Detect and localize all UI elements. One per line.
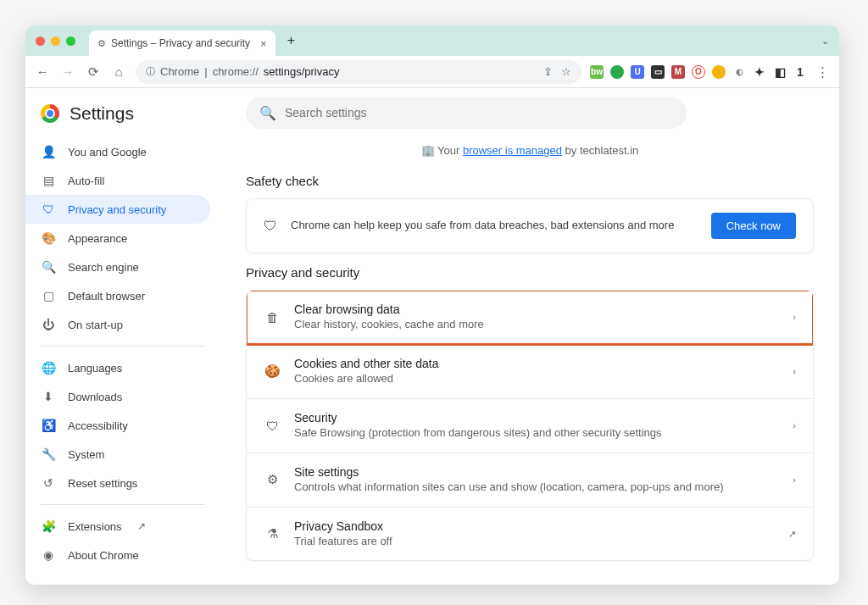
- divider: [41, 346, 205, 347]
- shield-icon: 🛡: [41, 203, 56, 216]
- forward-button[interactable]: →: [59, 64, 76, 80]
- safety-check-text: Chrome can help keep you safe from data …: [291, 218, 698, 233]
- close-tab-icon[interactable]: ×: [260, 37, 267, 50]
- divider: [41, 504, 205, 505]
- minimize-window-button[interactable]: [51, 36, 60, 46]
- settings-header: Settings: [25, 97, 220, 137]
- search-icon: 🔍: [41, 260, 56, 274]
- sidebar-item-search-engine[interactable]: 🔍Search engine: [25, 253, 210, 281]
- reload-button[interactable]: ⟳: [85, 64, 102, 80]
- sidebar-item-system[interactable]: 🔧System: [25, 440, 210, 469]
- browser-window: ⚙ Settings – Privacy and security × + ⌄ …: [25, 25, 839, 585]
- sidebar-item-accessibility[interactable]: ♿Accessibility: [25, 411, 210, 440]
- safety-check-card: 🛡 Chrome can help keep you safe from dat…: [246, 198, 814, 253]
- home-button[interactable]: ⌂: [110, 64, 127, 80]
- globe-icon: 🌐: [41, 361, 56, 375]
- sidebar-item-reset[interactable]: ↺Reset settings: [25, 469, 210, 497]
- cookie-icon: 🍪: [264, 364, 281, 379]
- building-icon: 🏢: [421, 144, 435, 157]
- kebab-menu-icon[interactable]: ⋮: [814, 64, 831, 80]
- sidebar: Settings 👤You and Google ▤Auto-fill 🛡Pri…: [25, 88, 220, 585]
- content: Settings 👤You and Google ▤Auto-fill 🛡Pri…: [25, 88, 839, 585]
- external-link-icon: ↗: [137, 520, 146, 532]
- sidebar-item-languages[interactable]: 🌐Languages: [25, 353, 210, 382]
- ext-icon-7[interactable]: [712, 65, 726, 79]
- sidebar-item-on-startup[interactable]: ⏻On start-up: [25, 310, 210, 339]
- ext-icon-5[interactable]: M: [671, 65, 685, 79]
- sidebar-item-downloads[interactable]: ⬇Downloads: [25, 382, 210, 411]
- maximize-window-button[interactable]: [66, 36, 75, 46]
- ext-icon-10[interactable]: 1: [793, 65, 807, 79]
- site-info-icon[interactable]: ⓘ: [146, 65, 155, 78]
- row-clear-browsing-data[interactable]: 🗑 Clear browsing data Clear history, coo…: [247, 291, 813, 344]
- extension-icons: bw U ▭ M O ◐ ✦ ◧ 1 ⋮: [590, 64, 831, 80]
- back-button[interactable]: ←: [34, 64, 51, 80]
- shield-check-icon: 🛡: [264, 219, 277, 234]
- chevron-right-icon: ›: [793, 366, 796, 376]
- url-prefix: Chrome: [160, 65, 199, 78]
- main-panel: 🔍 🏢 Your browser is managed by techlates…: [220, 88, 839, 585]
- power-icon: ⏻: [41, 318, 56, 331]
- tab-overflow-icon[interactable]: ⌄: [821, 36, 829, 47]
- chevron-right-icon: ›: [793, 420, 796, 430]
- row-cookies[interactable]: 🍪 Cookies and other site data Cookies ar…: [247, 344, 813, 398]
- toolbar: ← → ⟳ ⌂ ⓘ Chrome | chrome://settings/pri…: [25, 56, 839, 88]
- managed-notice: 🏢 Your browser is managed by techlatest.…: [246, 144, 814, 157]
- ext-icon-3[interactable]: U: [631, 65, 644, 79]
- sidebar-item-autofill[interactable]: ▤Auto-fill: [25, 166, 210, 195]
- ext-icon-6[interactable]: O: [692, 65, 705, 79]
- sliders-icon: ⚙: [264, 472, 281, 487]
- ext-icon-9[interactable]: ◧: [773, 65, 787, 79]
- download-icon: ⬇: [41, 390, 56, 403]
- safety-check-heading: Safety check: [246, 174, 814, 188]
- tab-title: Settings – Privacy and security: [111, 37, 250, 49]
- ext-icon-2[interactable]: [610, 65, 624, 79]
- sidebar-item-about[interactable]: ◉About Chrome: [25, 541, 210, 569]
- wrench-icon: 🔧: [41, 447, 56, 461]
- titlebar: ⚙ Settings – Privacy and security × + ⌄: [25, 25, 839, 56]
- sidebar-item-default-browser[interactable]: ▢Default browser: [25, 281, 210, 310]
- share-icon[interactable]: ⇪: [543, 65, 553, 78]
- external-link-icon: ↗: [788, 529, 796, 540]
- autofill-icon: ▤: [41, 174, 56, 187]
- close-window-button[interactable]: [36, 36, 45, 46]
- sidebar-item-appearance[interactable]: 🎨Appearance: [25, 224, 210, 253]
- sidebar-item-privacy-security[interactable]: 🛡Privacy and security: [25, 195, 210, 224]
- person-icon: 👤: [41, 145, 56, 158]
- privacy-security-heading: Privacy and security: [246, 265, 814, 280]
- ext-icon-8[interactable]: ◐: [732, 65, 746, 79]
- row-security[interactable]: 🛡 Security Safe Browsing (protection fro…: [247, 398, 813, 452]
- address-bar[interactable]: ⓘ Chrome | chrome://settings/privacy ⇪ ☆: [136, 60, 581, 84]
- page-title: Settings: [70, 103, 134, 124]
- new-tab-button[interactable]: +: [287, 33, 295, 48]
- window-icon: ▢: [41, 289, 56, 302]
- check-now-button[interactable]: Check now: [711, 213, 796, 239]
- search-input[interactable]: [285, 106, 673, 119]
- reset-icon: ↺: [41, 476, 56, 490]
- chevron-right-icon: ›: [793, 312, 796, 322]
- window-controls: [36, 36, 75, 46]
- search-icon: 🔍: [259, 105, 276, 121]
- sidebar-item-you-and-google[interactable]: 👤You and Google: [25, 137, 210, 166]
- ext-icon-4[interactable]: ▭: [651, 65, 665, 79]
- row-site-settings[interactable]: ⚙ Site settings Controls what informatio…: [247, 452, 813, 507]
- palette-icon: 🎨: [41, 231, 56, 245]
- chrome-logo-icon: [41, 104, 59, 123]
- row-privacy-sandbox[interactable]: ⚗ Privacy Sandbox Trial features are off…: [247, 507, 813, 561]
- managed-link[interactable]: browser is managed: [463, 144, 562, 157]
- browser-tab[interactable]: ⚙ Settings – Privacy and security ×: [89, 31, 275, 56]
- chevron-right-icon: ›: [793, 475, 796, 485]
- settings-search[interactable]: 🔍: [246, 97, 687, 129]
- shield-icon: 🛡: [264, 419, 281, 433]
- sidebar-item-extensions[interactable]: 🧩Extensions↗: [25, 512, 210, 541]
- trash-icon: 🗑: [264, 310, 281, 325]
- ext-icon-1[interactable]: bw: [590, 65, 604, 79]
- privacy-security-card: 🗑 Clear browsing data Clear history, coo…: [246, 290, 814, 561]
- gear-icon: ⚙: [97, 38, 106, 49]
- puzzle-icon: 🧩: [41, 519, 56, 533]
- flask-icon: ⚗: [264, 526, 281, 541]
- bookmark-icon[interactable]: ☆: [561, 65, 571, 78]
- extensions-icon[interactable]: ✦: [753, 65, 766, 79]
- accessibility-icon: ♿: [41, 419, 56, 432]
- chrome-icon: ◉: [41, 548, 56, 562]
